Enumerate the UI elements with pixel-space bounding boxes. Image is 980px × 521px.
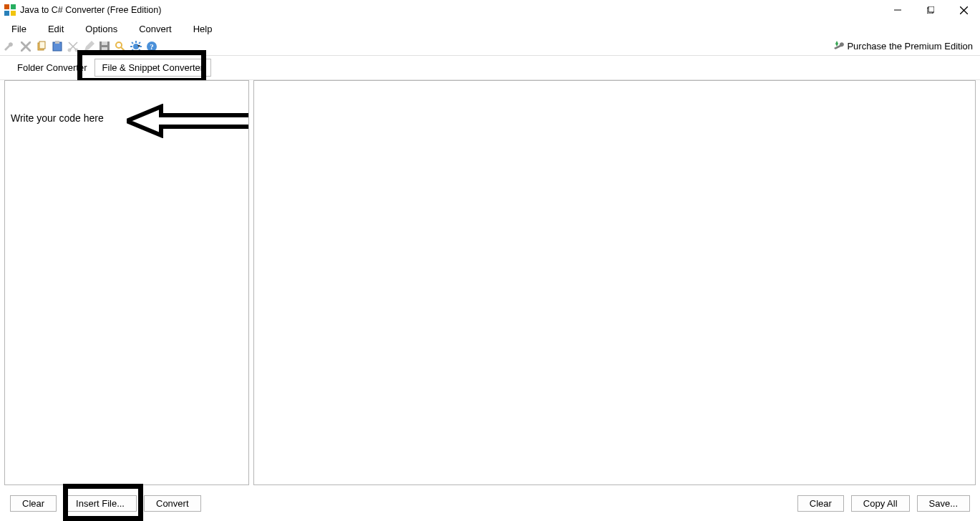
svg-line-30 bbox=[132, 49, 133, 51]
menu-options[interactable]: Options bbox=[81, 22, 122, 36]
menu-convert[interactable]: Convert bbox=[135, 22, 176, 36]
svg-line-28 bbox=[139, 49, 140, 51]
source-code-pane[interactable]: Write your code here bbox=[4, 80, 249, 485]
tab-row: Folder Converter File & Snippet Converte… bbox=[0, 56, 980, 80]
delete-icon[interactable] bbox=[19, 39, 33, 54]
app-icon bbox=[4, 4, 16, 16]
annotation-write-code: Write your code here bbox=[11, 112, 104, 124]
clear-source-button[interactable]: Clear bbox=[10, 495, 57, 512]
annotation-arrow-icon bbox=[127, 104, 249, 138]
svg-text:?: ? bbox=[150, 42, 154, 51]
clear-output-button[interactable]: Clear bbox=[797, 495, 844, 512]
premium-icon bbox=[833, 41, 844, 52]
purchase-link[interactable]: Purchase the Premium Edition bbox=[833, 41, 973, 52]
titlebar: Java to C# Converter (Free Edition) bbox=[0, 0, 980, 20]
edit-icon[interactable] bbox=[82, 39, 96, 54]
tab-file-snippet-converter[interactable]: File & Snippet Converter bbox=[94, 59, 212, 77]
menu-edit[interactable]: Edit bbox=[44, 22, 68, 36]
convert-button[interactable]: Convert bbox=[144, 495, 201, 512]
svg-rect-3 bbox=[11, 11, 16, 16]
close-button[interactable] bbox=[947, 0, 980, 20]
svg-line-29 bbox=[139, 42, 140, 44]
svg-point-20 bbox=[116, 42, 122, 48]
svg-marker-33 bbox=[127, 107, 249, 135]
copy-all-button[interactable]: Copy All bbox=[851, 495, 910, 512]
tab-folder-converter[interactable]: Folder Converter bbox=[10, 59, 94, 76]
cut-icon[interactable] bbox=[66, 39, 80, 54]
help-icon[interactable]: ? bbox=[145, 39, 159, 54]
save-button[interactable]: Save... bbox=[917, 495, 970, 512]
svg-point-22 bbox=[133, 44, 139, 49]
svg-rect-12 bbox=[39, 42, 45, 49]
output-code-pane[interactable] bbox=[253, 80, 976, 485]
svg-rect-1 bbox=[11, 4, 16, 9]
svg-rect-14 bbox=[55, 41, 59, 44]
window-controls bbox=[881, 0, 980, 20]
gear-icon[interactable] bbox=[129, 39, 143, 54]
menu-help[interactable]: Help bbox=[189, 22, 217, 36]
svg-rect-6 bbox=[928, 6, 934, 12]
window-title: Java to C# Converter (Free Edition) bbox=[20, 5, 161, 15]
bottom-button-row: Clear Insert File... Convert Clear Copy … bbox=[0, 485, 980, 521]
menubar: File Edit Options Convert Help bbox=[0, 20, 980, 37]
svg-rect-19 bbox=[102, 47, 107, 51]
menu-file[interactable]: File bbox=[7, 22, 31, 36]
svg-rect-18 bbox=[102, 42, 107, 45]
insert-file-button[interactable]: Insert File... bbox=[64, 495, 137, 512]
svg-rect-0 bbox=[4, 4, 9, 9]
copy-icon[interactable] bbox=[34, 39, 49, 54]
svg-line-21 bbox=[121, 47, 125, 51]
toolbar: ? Purchase the Premium Edition bbox=[0, 37, 980, 56]
search-icon[interactable] bbox=[113, 39, 127, 54]
svg-line-27 bbox=[132, 42, 133, 44]
maximize-button[interactable] bbox=[914, 0, 947, 20]
paste-icon[interactable] bbox=[50, 39, 64, 54]
save-icon[interactable] bbox=[97, 39, 112, 54]
wrench-icon[interactable] bbox=[3, 39, 17, 54]
purchase-label: Purchase the Premium Edition bbox=[847, 41, 973, 52]
svg-rect-2 bbox=[4, 11, 9, 16]
workarea: Write your code here bbox=[0, 80, 980, 485]
minimize-button[interactable] bbox=[881, 0, 914, 20]
